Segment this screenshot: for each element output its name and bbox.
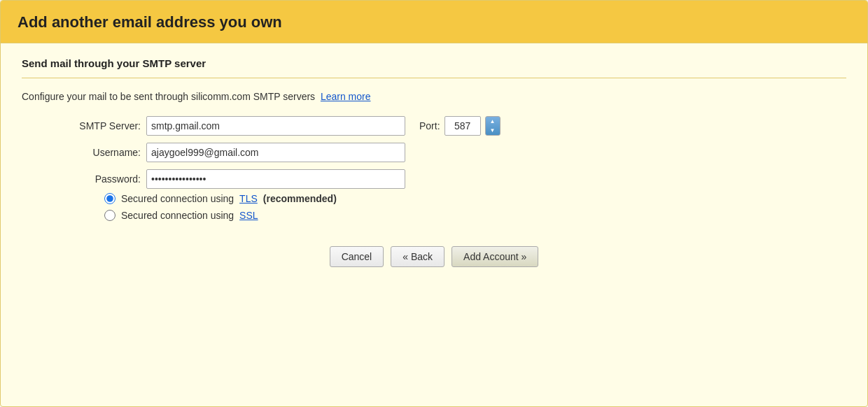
port-spinner-up[interactable]: ▲: [486, 117, 500, 126]
back-button[interactable]: « Back: [391, 246, 444, 267]
smtp-server-label: SMTP Server:: [64, 120, 141, 131]
dialog-body: Send mail through your SMTP server Confi…: [1, 43, 867, 406]
ssl-link[interactable]: SSL: [239, 210, 258, 221]
section-divider: [22, 78, 846, 78]
ssl-radio[interactable]: [104, 210, 115, 221]
password-input[interactable]: [146, 169, 405, 189]
port-group: Port: ▲ ▼: [419, 116, 500, 136]
tls-recommended: (recommended): [263, 193, 337, 204]
username-input[interactable]: [146, 143, 405, 162]
username-label: Username:: [64, 147, 141, 158]
learn-more-link[interactable]: Learn more: [321, 91, 371, 102]
tls-radio-row[interactable]: Secured connection using TLS (recommende…: [104, 193, 846, 204]
section-title: Send mail through your SMTP server: [22, 57, 846, 69]
ssl-text-before: Secured connection using: [121, 210, 234, 221]
ssl-radio-row[interactable]: Secured connection using SSL: [104, 210, 846, 221]
tls-radio[interactable]: [104, 193, 115, 204]
dialog: Add another email address you own Send m…: [0, 0, 868, 407]
tls-text-before: Secured connection using: [121, 193, 234, 204]
port-spinner[interactable]: ▲ ▼: [485, 116, 500, 136]
description-text: Configure your mail to be sent through s…: [22, 91, 315, 102]
password-label: Password:: [64, 173, 141, 185]
port-label: Port:: [419, 120, 440, 131]
port-spinner-down[interactable]: ▼: [486, 126, 500, 135]
dialog-header: Add another email address you own: [1, 1, 867, 43]
password-row: Password:: [64, 169, 846, 189]
button-row: Cancel « Back Add Account »: [22, 246, 846, 267]
description: Configure your mail to be sent through s…: [22, 91, 846, 102]
username-row: Username:: [64, 143, 846, 162]
tls-link[interactable]: TLS: [239, 193, 258, 204]
radio-group: Secured connection using TLS (recommende…: [104, 193, 846, 221]
form-area: SMTP Server: Port: ▲ ▼ Username: Pass: [64, 116, 846, 189]
smtp-server-row: SMTP Server: Port: ▲ ▼: [64, 116, 846, 136]
dialog-title: Add another email address you own: [18, 13, 850, 31]
smtp-server-input[interactable]: [146, 116, 405, 136]
cancel-button[interactable]: Cancel: [330, 246, 384, 267]
port-input[interactable]: [444, 116, 481, 136]
add-account-button[interactable]: Add Account »: [451, 246, 538, 267]
